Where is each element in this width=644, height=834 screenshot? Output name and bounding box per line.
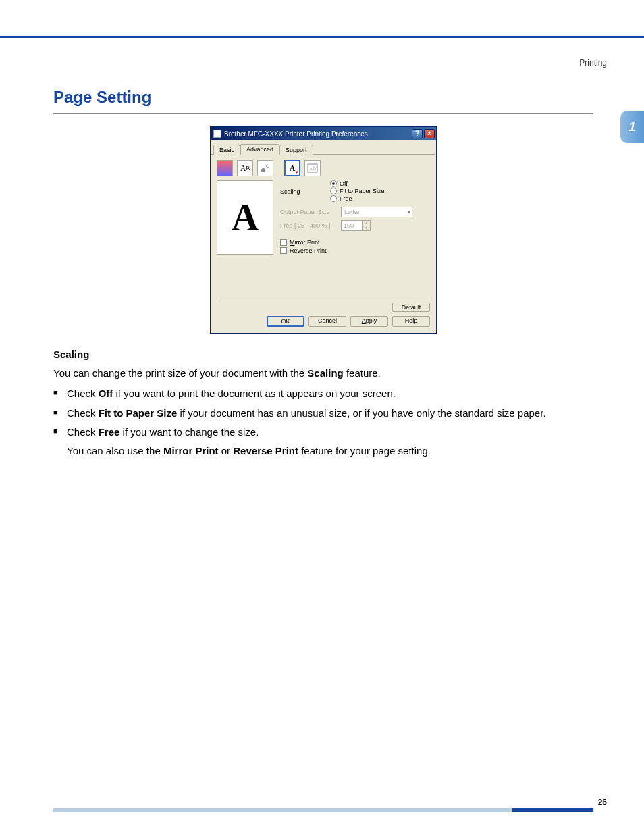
- text-run: feature for your page setting.: [298, 445, 431, 457]
- text-run: Check: [67, 407, 99, 419]
- output-paper-select[interactable]: Letter ▾: [341, 207, 412, 217]
- radio-label: Off: [340, 180, 348, 187]
- apply-button[interactable]: Apply: [350, 316, 388, 327]
- radio-label: Free: [340, 195, 352, 202]
- close-window-button[interactable]: ×: [424, 129, 435, 138]
- text-run: Check: [67, 388, 99, 399]
- text-bold: Scaling: [307, 367, 343, 379]
- chevron-down-icon: ▾: [408, 209, 410, 215]
- text-run: You can also use the: [67, 445, 163, 457]
- help-button[interactable]: Help: [392, 316, 430, 327]
- text-run: You can change the print size of your do…: [53, 367, 307, 379]
- output-paper-label: Output Paper Size: [280, 209, 341, 215]
- printer-app-icon: [213, 130, 221, 138]
- tab-strip: Basic Advanced Support: [211, 141, 435, 155]
- dialog-titlebar: Brother MFC-XXXX Printer Printing Prefer…: [211, 127, 436, 140]
- free-range-label: Free [ 25 - 400 % ]: [280, 222, 341, 229]
- checkbox-label: Mirror Print: [290, 239, 320, 246]
- svg-point-0: [261, 168, 265, 172]
- page-preview: A: [217, 180, 273, 255]
- scaling-heading: Scaling: [53, 348, 593, 360]
- watermark-icon[interactable]: ABC: [304, 160, 321, 176]
- text-run: if you want to change the size.: [119, 426, 259, 438]
- page-number: 26: [598, 798, 607, 807]
- advanced-toolbar: AB A▾ ABC: [211, 155, 435, 180]
- scaling-radio-fit[interactable]: Fit to Paper Size: [330, 188, 430, 194]
- radio-icon: [330, 195, 337, 202]
- select-value: Letter: [344, 209, 360, 215]
- reverse-print-checkbox[interactable]: Reverse Print: [280, 247, 430, 254]
- intro-paragraph: You can change the print size of your do…: [53, 367, 593, 380]
- footer-bar: [53, 808, 593, 812]
- checkbox-icon: [280, 247, 287, 254]
- radio-icon: [330, 180, 337, 187]
- page-color-icon[interactable]: [217, 160, 233, 176]
- preview-glyph: A: [232, 196, 259, 239]
- radio-icon: [330, 188, 337, 194]
- text-run: if your document has an unusual size, or…: [177, 407, 545, 419]
- spin-down-icon[interactable]: ▾: [362, 226, 370, 230]
- chapter-tab: 1: [620, 111, 644, 143]
- top-rule: [0, 36, 644, 38]
- checkbox-icon: [280, 239, 287, 246]
- text-bold: Free: [99, 426, 120, 438]
- text-run: if you want to print the document as it …: [113, 388, 396, 399]
- text-bold: Fit to Paper Size: [99, 407, 178, 419]
- svg-point-3: [267, 164, 268, 165]
- sub-paragraph: You can also use the Mirror Print or Rev…: [53, 444, 593, 458]
- spinner-value: 100: [342, 222, 362, 229]
- text-bold: Mirror Print: [163, 445, 219, 457]
- page-title: Page Setting: [53, 88, 593, 107]
- text-bold: Off: [99, 388, 113, 399]
- free-percent-spinner[interactable]: 100 ▴▾: [341, 220, 371, 231]
- list-item: Check Off if you want to print the docum…: [53, 387, 593, 400]
- text-ab-icon[interactable]: AB: [237, 160, 253, 176]
- list-item: Check Fit to Paper Size if your document…: [53, 407, 593, 420]
- spin-up-icon[interactable]: ▴: [362, 221, 370, 226]
- help-window-button[interactable]: ?: [412, 129, 423, 138]
- spray-icon[interactable]: [257, 160, 273, 176]
- list-item: Check Free if you want to change the siz…: [53, 425, 593, 439]
- svg-point-2: [267, 167, 269, 168]
- text-run: feature.: [344, 367, 381, 379]
- dialog-title: Brother MFC-XXXX Printer Printing Prefer…: [224, 130, 368, 138]
- svg-point-1: [266, 165, 267, 167]
- cancel-button[interactable]: Cancel: [308, 316, 346, 327]
- header-section-label: Printing: [579, 58, 607, 68]
- title-rule: [53, 113, 593, 114]
- ok-button[interactable]: OK: [267, 316, 304, 327]
- scaling-group-label: Scaling: [280, 188, 330, 195]
- scaling-radio-free[interactable]: Free: [330, 195, 430, 202]
- tab-basic[interactable]: Basic: [213, 145, 240, 155]
- scaling-radio-off[interactable]: Off: [330, 180, 430, 187]
- tab-support[interactable]: Support: [279, 145, 313, 155]
- text-run: Check: [67, 426, 99, 438]
- tab-advanced[interactable]: Advanced: [240, 144, 279, 155]
- radio-label: Fit to Paper Size: [340, 188, 385, 194]
- checkbox-label: Reverse Print: [290, 247, 327, 254]
- page-a-icon[interactable]: A▾: [284, 160, 300, 176]
- dialog-separator: [217, 298, 430, 298]
- print-preferences-dialog: Brother MFC-XXXX Printer Printing Prefer…: [210, 126, 437, 334]
- text-run: or: [219, 445, 234, 457]
- mirror-print-checkbox[interactable]: Mirror Print: [280, 239, 430, 246]
- text-bold: Reverse Print: [233, 445, 298, 457]
- default-button[interactable]: Default: [392, 303, 430, 312]
- scaling-bullet-list: Check Off if you want to print the docum…: [53, 387, 593, 439]
